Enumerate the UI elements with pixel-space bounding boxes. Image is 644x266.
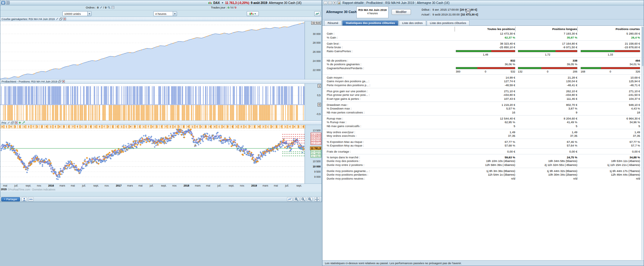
table-row: Durée moy des positions :19h 10m 10s (4b…: [322, 159, 644, 163]
row-label: % Runup max :: [327, 120, 455, 124]
titlebar-tab[interactable]: Allemagne 30 Cash (1€): [416, 1, 450, 5]
table-cell: 4,43 %: [577, 106, 640, 110]
y-axis-label: 10 500: [313, 160, 321, 163]
watermark-row: 2015 ©ProRealTime.com - Données indicati…: [0, 188, 322, 192]
minimize-icon[interactable]: –: [324, 1, 327, 5]
titlebar-tab[interactable]: ProBacktest: [365, 1, 384, 5]
trade-count: 1: [143, 126, 145, 128]
chevron-down-icon[interactable]: ▼: [254, 13, 256, 15]
titlebar-tab[interactable]: Rapport détaillé: [342, 1, 365, 5]
trade-count: 3: [214, 126, 215, 128]
table-row: Gagnants/Neutres/Perdants :: [322, 66, 644, 70]
close-icon[interactable]: [62, 80, 65, 83]
scrollbar-thumb[interactable]: [642, 27, 643, 66]
orders-count: 0: [97, 6, 98, 9]
tab-liste-des-positions-cl-tur-es[interactable]: Liste des positions clôturées: [427, 20, 469, 25]
column-header-short[interactable]: Positions courtes: [577, 27, 640, 32]
time-axis[interactable]: maijuil.sept.nov.2016marsmaijuil.sept.no…: [0, 184, 322, 188]
chart-mode-button[interactable]: [287, 197, 292, 201]
table-cell: -241,50 €: [577, 93, 640, 97]
close-icon[interactable]: [15, 121, 18, 124]
trade-count: 3: [117, 126, 118, 128]
x-axis-label: mai: [3, 184, 7, 187]
detach-icon[interactable]: [59, 18, 62, 20]
table-cell: 1j 11h 15m 21s (-6barres): [577, 163, 640, 167]
column-header-all[interactable]: Toutes les positions: [455, 27, 515, 32]
equity-chart[interactable]: [0, 21, 305, 79]
share-button[interactable]: «Partager: [1, 197, 20, 201]
trade-count: 7: [103, 126, 105, 128]
close-icon[interactable]: [63, 18, 66, 20]
instrument-name[interactable]: DAX: [213, 1, 220, 5]
contacts-button[interactable]: [22, 197, 27, 201]
edit-icon[interactable]: [7, 121, 10, 124]
add-indicator-icon[interactable]: [18, 121, 21, 124]
detach-icon[interactable]: [11, 121, 14, 124]
chevron-down-icon[interactable]: ▼: [221, 2, 224, 4]
indicator-settings-button[interactable]: [314, 11, 320, 16]
row-label: Gain moyen :: [327, 76, 455, 79]
table-cell: 0,00 €: [577, 150, 640, 153]
scrollbar[interactable]: [641, 26, 643, 260]
x-axis-label: juil.: [217, 184, 221, 187]
bar-value: 300: [456, 70, 460, 73]
zoom-fit-button[interactable]: [294, 197, 299, 201]
tab-r-sum-[interactable]: Résumé: [324, 20, 342, 25]
pan-button[interactable]: [314, 197, 320, 201]
timeframe-select[interactable]: 4 heures ▼: [153, 11, 177, 16]
window-menu-button[interactable]: [1, 1, 5, 5]
table-cell: 12 473,30 €: [455, 32, 515, 35]
table-cell: 5: [515, 124, 577, 128]
table-cell: 104,37 €: [577, 97, 640, 101]
close-icon[interactable]: ✕: [333, 1, 336, 5]
trade-count: 8: [232, 126, 233, 128]
table-row: Nb max gains consécutifs :555: [322, 124, 644, 128]
search-orders-icon[interactable]: [108, 6, 111, 9]
price-chart[interactable]: [0, 129, 305, 184]
gain-loss-bar: [581, 67, 640, 69]
trade-count: 1: [219, 126, 220, 128]
edit-icon[interactable]: [56, 18, 58, 20]
table-row: % Gain :62,37 %35,97 %26,4 %: [322, 35, 644, 39]
table-cell: 18: [577, 110, 640, 114]
table-row: % Exposition Moy au risque :57,68 %57,64…: [322, 143, 644, 147]
tab-liste-des-ordres[interactable]: Liste des ordres: [399, 20, 426, 25]
tab-statistiques-des-positions-cl-tur-es[interactable]: Statistiques des positions clôturées: [342, 20, 398, 25]
units-select[interactable]: 10000 unités ▼: [62, 11, 92, 16]
y-axis-label: -0,5: [316, 113, 321, 116]
trade-count: 1: [267, 126, 269, 128]
row-label: Drawdown max :: [327, 103, 455, 106]
trade-counts-row: 3151113712913302791291472131199117217722…: [0, 125, 322, 129]
zoom-in-button[interactable]: [307, 197, 312, 201]
table-cell: 34,01 %: [577, 62, 640, 66]
layout-button[interactable]: [6, 1, 10, 5]
chevron-down-icon[interactable]: ▼: [173, 12, 177, 16]
titlebar-tab[interactable]: RSI MA H4 Juin 2019: [384, 1, 415, 5]
list-orders-icon[interactable]: [112, 6, 114, 9]
x-axis-label: 2018: [184, 184, 189, 187]
maximize-icon[interactable]: □: [328, 1, 332, 5]
trade-count: 2: [263, 126, 264, 128]
gain-loss-bar: [456, 67, 515, 69]
link-button[interactable]: [28, 197, 34, 201]
positions-chart[interactable]: [0, 84, 305, 121]
x-axis-label: mai: [206, 184, 210, 187]
print-button[interactable]: [465, 9, 471, 14]
table-cell: [577, 49, 640, 53]
table-cell: 11h 54m 1s (3barres): [455, 173, 515, 177]
trend-arrow-icon[interactable]: [22, 121, 25, 124]
bottom-toolbar: «Partager: [0, 196, 322, 202]
table-cell: 57,64 %: [515, 143, 577, 147]
detach-icon[interactable]: [58, 80, 61, 83]
zoom-out-button[interactable]: [300, 197, 306, 201]
chart-type-button[interactable]: ▼: [247, 11, 259, 16]
column-header-long[interactable]: Positions longues: [515, 27, 577, 32]
table-row: % Exposition Max au risque :67,77 %67,46…: [322, 139, 644, 143]
edit-order-icon[interactable]: [100, 6, 102, 9]
table-cell: 1,49: [515, 130, 577, 134]
person-icon: [22, 198, 26, 201]
trade-count: 3: [294, 126, 295, 128]
chart-toolbar: 10000 unités ▼ 4 heures ▼ ▼: [0, 10, 322, 17]
chevron-down-icon[interactable]: ▼: [87, 12, 91, 16]
modify-button[interactable]: Modifier: [392, 9, 411, 15]
